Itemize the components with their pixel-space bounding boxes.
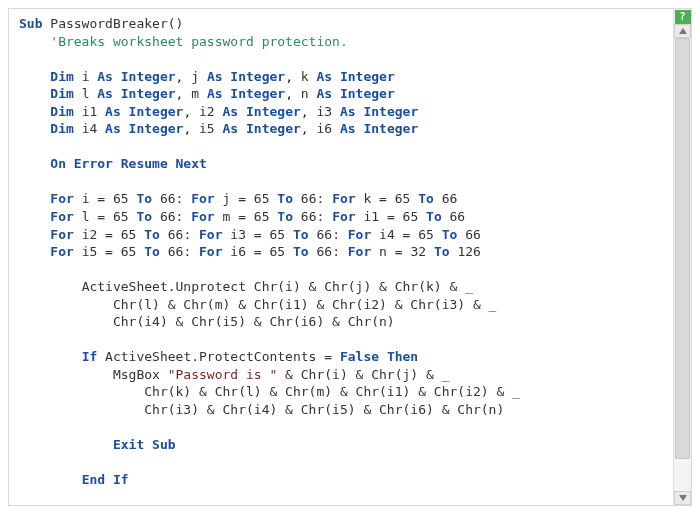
for-kw: For (199, 227, 222, 242)
as-kw: As (97, 69, 113, 84)
sub-name: PasswordBreaker (50, 16, 167, 31)
scrollbar-thumb[interactable] (675, 38, 690, 459)
var-i6: i6 (230, 244, 246, 259)
eq: = (246, 227, 269, 242)
eq: = (89, 209, 112, 224)
var-m: m (191, 86, 199, 101)
for-kw: For (50, 227, 73, 242)
for-kw: For (332, 209, 355, 224)
for-kw: For (191, 191, 214, 206)
num: 65 (121, 227, 137, 242)
to-kw: To (442, 227, 458, 242)
colon: : (332, 244, 348, 259)
code-editor-panel: Sub PasswordBreaker() 'Breaks worksheet … (8, 8, 692, 506)
num: 65 (395, 191, 411, 206)
colon: : (183, 227, 199, 242)
colon: : (316, 191, 332, 206)
eq: = (230, 191, 253, 206)
msgbox: MsgBox (113, 367, 168, 382)
unprotect-line3: Chr(i4) & Chr(i5) & Chr(i6) & Chr(n) (113, 314, 395, 329)
var-j: j (191, 69, 199, 84)
scrollbar-track[interactable] (674, 38, 691, 491)
num: 66 (301, 191, 317, 206)
var-i3: i3 (230, 227, 246, 242)
var-k: k (301, 69, 309, 84)
colon: : (316, 209, 332, 224)
comment-line: 'Breaks worksheet password protection. (50, 34, 347, 49)
eq: = (97, 227, 120, 242)
msg-l3: Chr(i3) & Chr(i4) & Chr(i5) & Chr(i6) & … (144, 402, 504, 417)
unprotect-line2: Chr(l) & Chr(m) & Chr(i1) & Chr(i2) & Ch… (113, 297, 497, 312)
to-kw: To (293, 244, 309, 259)
unprotect-line1: ActiveSheet.Unprotect Chr(i) & Chr(j) & … (82, 279, 473, 294)
end-if: End If (82, 472, 129, 487)
for-kw: For (199, 244, 222, 259)
num: 66 (316, 227, 332, 242)
eq: = (379, 209, 402, 224)
num: 66 (316, 244, 332, 259)
as-kw: As (223, 104, 239, 119)
as-kw: As (97, 86, 113, 101)
num: 65 (121, 244, 137, 259)
as-kw: As (316, 69, 332, 84)
scroll-down-button[interactable] (674, 491, 691, 505)
type-int: Integer (340, 69, 395, 84)
as-kw: As (316, 86, 332, 101)
scroll-up-button[interactable] (674, 24, 691, 38)
to-kw: To (144, 227, 160, 242)
then-kw: Then (387, 349, 418, 364)
for-kw: For (332, 191, 355, 206)
for-kw: For (348, 244, 371, 259)
colon: : (176, 209, 192, 224)
for-kw: For (348, 227, 371, 242)
to-kw: To (293, 227, 309, 242)
help-button[interactable]: ? (675, 10, 691, 24)
num: 66 (442, 191, 458, 206)
num: 65 (113, 209, 129, 224)
msg-string: "Password is " (168, 367, 278, 382)
dim-kw: Dim (50, 104, 73, 119)
var-i5: i5 (82, 244, 98, 259)
to-kw: To (136, 191, 152, 206)
type-int: Integer (121, 86, 176, 101)
msg-l2: Chr(k) & Chr(l) & Chr(m) & Chr(i1) & Chr… (144, 384, 520, 399)
num: 66 (168, 227, 184, 242)
to-kw: To (426, 209, 442, 224)
dim-kw: Dim (50, 69, 73, 84)
colon: : (183, 244, 199, 259)
colon: : (332, 227, 348, 242)
to-kw: To (277, 209, 293, 224)
eq: = (246, 244, 269, 259)
type-int: Integer (340, 86, 395, 101)
if-kw: If (82, 349, 98, 364)
as-kw: As (340, 104, 356, 119)
var-i3: i3 (316, 104, 332, 119)
var-i: i (82, 69, 90, 84)
sub-keyword: Sub (19, 16, 42, 31)
exit-sub: Exit Sub (113, 437, 176, 452)
type-int: Integer (129, 104, 184, 119)
as-kw: As (207, 69, 223, 84)
var-n: n (301, 86, 309, 101)
num: 126 (457, 244, 480, 259)
to-kw: To (136, 209, 152, 224)
to-kw: To (277, 191, 293, 206)
to-kw: To (434, 244, 450, 259)
cond: ActiveSheet.ProtectContents = (105, 349, 340, 364)
var-i6: i6 (316, 121, 332, 136)
var-i4: i4 (379, 227, 395, 242)
for-kw: For (50, 209, 73, 224)
var-i1: i1 (363, 209, 379, 224)
msg-tail: & Chr(i) & Chr(j) & _ (277, 367, 449, 382)
for-kw: For (50, 244, 73, 259)
num: 65 (254, 191, 270, 206)
dim-kw: Dim (50, 86, 73, 101)
code-text[interactable]: Sub PasswordBreaker() 'Breaks worksheet … (9, 9, 673, 505)
as-kw: As (105, 121, 121, 136)
num: 66 (168, 244, 184, 259)
var-i2: i2 (82, 227, 98, 242)
as-kw: As (207, 86, 223, 101)
num: 65 (270, 227, 286, 242)
type-int: Integer (230, 86, 285, 101)
eq: = (387, 244, 410, 259)
